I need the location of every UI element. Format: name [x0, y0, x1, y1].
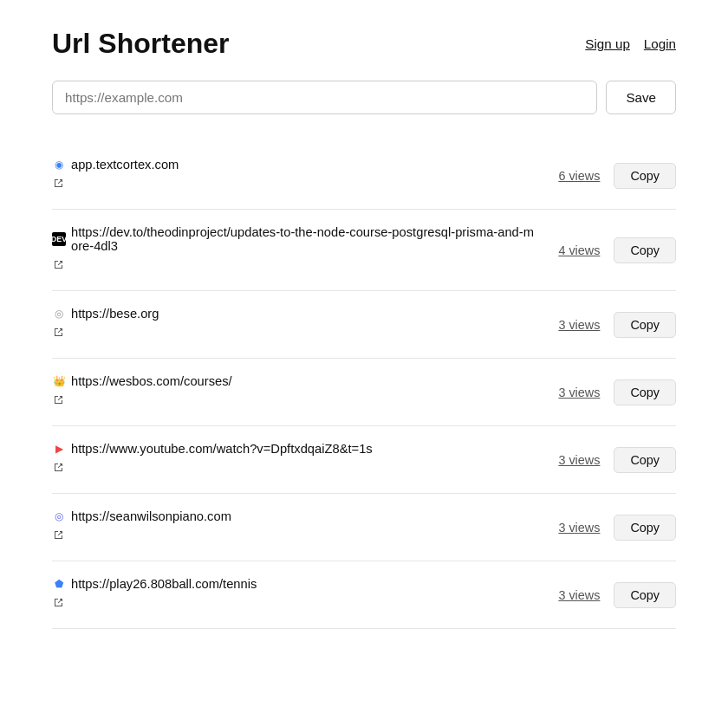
- external-link-icon[interactable]: [52, 596, 65, 609]
- list-item: ◎ https://bese.org 3 views Copy: [52, 291, 676, 359]
- url-info: ▶ https://www.youtube.com/watch?v=Dpftxd…: [52, 442, 537, 477]
- url-text: https://www.youtube.com/watch?v=Dpftxdqa…: [71, 442, 373, 456]
- external-link-row: [52, 459, 537, 477]
- favicon-icon: ◉: [52, 158, 66, 172]
- copy-button[interactable]: Copy: [614, 163, 676, 189]
- favicon-icon: ◎: [52, 509, 66, 523]
- url-text: https://dev.to/theodinproject/updates-to…: [71, 225, 537, 253]
- url-main-row: DEV https://dev.to/theodinproject/update…: [52, 225, 537, 253]
- save-button[interactable]: Save: [606, 81, 676, 114]
- login-link[interactable]: Login: [644, 36, 676, 51]
- views-count: 3 views: [558, 588, 600, 602]
- url-actions: 4 views Copy: [558, 237, 676, 263]
- list-item: ◎ https://seanwilsonpiano.com 3 views Co…: [52, 494, 676, 561]
- url-actions: 3 views Copy: [558, 447, 676, 473]
- list-item: DEV https://dev.to/theodinproject/update…: [52, 210, 676, 291]
- url-main-row: 👑 https://wesbos.com/courses/: [52, 374, 537, 388]
- favicon-icon: 👑: [52, 374, 66, 388]
- url-actions: 6 views Copy: [558, 163, 676, 189]
- url-main-row: ▶ https://www.youtube.com/watch?v=Dpftxd…: [52, 442, 537, 456]
- url-main-row: ◉ app.textcortex.com: [52, 158, 537, 172]
- favicon-icon: DEV: [52, 232, 66, 246]
- signup-link[interactable]: Sign up: [585, 36, 630, 51]
- list-item: ▶ https://www.youtube.com/watch?v=Dpftxd…: [52, 426, 676, 494]
- url-list: ◉ app.textcortex.com 6 views Copy DEV ht…: [52, 142, 676, 629]
- copy-button[interactable]: Copy: [614, 447, 676, 473]
- external-link-row: [52, 527, 537, 545]
- views-count: 3 views: [558, 521, 600, 535]
- url-info: 👑 https://wesbos.com/courses/: [52, 374, 537, 410]
- url-info: ⬟ https://play26.808ball.com/tennis: [52, 577, 537, 613]
- app-title: Url Shortener: [52, 28, 229, 60]
- url-input-row: Save: [52, 81, 676, 114]
- favicon-icon: ◎: [52, 307, 66, 321]
- url-info: ◎ https://bese.org: [52, 307, 537, 342]
- list-item: ⬟ https://play26.808ball.com/tennis 3 vi…: [52, 561, 676, 629]
- external-link-row: [52, 256, 537, 275]
- external-link-icon[interactable]: [52, 326, 65, 339]
- url-text: https://play26.808ball.com/tennis: [71, 577, 257, 591]
- views-count: 3 views: [558, 318, 600, 332]
- app-header: Url Shortener Sign up Login: [52, 0, 676, 81]
- external-link-icon[interactable]: [52, 461, 65, 474]
- url-main-row: ◎ https://seanwilsonpiano.com: [52, 509, 537, 523]
- url-actions: 3 views Copy: [558, 379, 676, 405]
- external-link-row: [52, 594, 537, 613]
- url-info: ◉ app.textcortex.com: [52, 158, 537, 193]
- list-item: 👑 https://wesbos.com/courses/ 3 views Co…: [52, 359, 676, 426]
- url-main-row: ⬟ https://play26.808ball.com/tennis: [52, 577, 537, 591]
- external-link-row: [52, 324, 537, 342]
- views-count: 3 views: [558, 453, 600, 467]
- views-count: 4 views: [558, 243, 600, 257]
- views-count: 3 views: [558, 386, 600, 399]
- favicon-icon: ⬟: [52, 577, 66, 591]
- favicon-icon: ▶: [52, 442, 66, 456]
- url-info: DEV https://dev.to/theodinproject/update…: [52, 225, 537, 275]
- external-link-icon[interactable]: [52, 528, 65, 541]
- copy-button[interactable]: Copy: [614, 515, 676, 541]
- external-link-row: [52, 392, 537, 410]
- views-count: 6 views: [558, 169, 600, 183]
- url-text: https://bese.org: [71, 307, 159, 321]
- url-actions: 3 views Copy: [558, 582, 676, 608]
- url-input[interactable]: [52, 81, 597, 114]
- copy-button[interactable]: Copy: [614, 312, 676, 338]
- url-text: app.textcortex.com: [71, 158, 179, 172]
- external-link-icon[interactable]: [52, 393, 65, 406]
- list-item: ◉ app.textcortex.com 6 views Copy: [52, 142, 676, 210]
- url-actions: 3 views Copy: [558, 312, 676, 338]
- url-info: ◎ https://seanwilsonpiano.com: [52, 509, 537, 545]
- header-links: Sign up Login: [585, 36, 676, 51]
- url-actions: 3 views Copy: [558, 515, 676, 541]
- url-text: https://seanwilsonpiano.com: [71, 509, 231, 523]
- url-text: https://wesbos.com/courses/: [71, 374, 232, 388]
- url-main-row: ◎ https://bese.org: [52, 307, 537, 321]
- copy-button[interactable]: Copy: [614, 237, 676, 263]
- external-link-icon[interactable]: [52, 258, 65, 271]
- copy-button[interactable]: Copy: [614, 582, 676, 608]
- external-link-icon[interactable]: [52, 177, 65, 190]
- copy-button[interactable]: Copy: [614, 379, 676, 405]
- external-link-row: [52, 175, 537, 193]
